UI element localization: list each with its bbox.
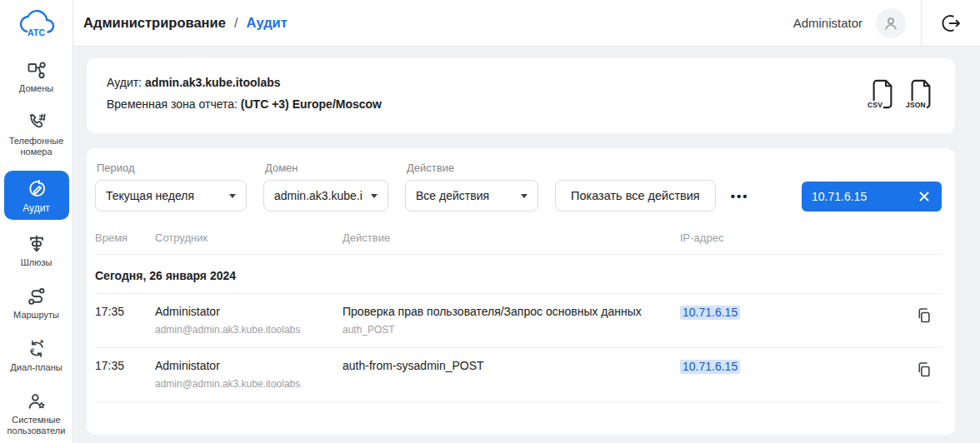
copy-icon [915,361,933,379]
ip-value-highlighted[interactable]: 10.71.6.15 [680,306,740,320]
chevron-down-icon [229,194,236,198]
sidebar-item-system-users[interactable]: Системные пользователи [4,386,69,441]
table-row[interactable]: 17:35 Administator admin@admin.ak3.kube.… [95,348,942,402]
json-label: JSON [905,101,927,109]
export-csv-button[interactable]: CSV [870,78,895,110]
dialplans-icon: # * [26,338,48,360]
row-action: Проверка прав пользователя/Запрос основн… [342,305,680,319]
logo-text: АТС [28,27,45,37]
audit-info-card: Аудит: admin.ak3.kube.itoolabs Временная… [87,58,955,133]
col-header-time: Время [95,231,155,244]
timezone-line: Временная зона отчета: (UTC +3) Europe/M… [107,97,935,112]
col-header-employee: Сотрудник [155,231,342,244]
breadcrumb: Администрирование / Аудит [83,15,288,31]
table-header-row: Время Сотрудник Действие IP-адрес [95,212,942,255]
chevron-down-icon [521,194,528,198]
date-group-header: Сегодня, 26 января 2024 [95,255,942,294]
ip-filter-chip[interactable]: 10.71.6.15 [802,182,942,212]
avatar[interactable] [876,8,906,38]
row-copy-cell [845,359,942,381]
topbar: Администрирование / Аудит Administator [73,0,980,47]
copy-icon [915,306,933,325]
row-employee-email: admin@admin.ak3.kube.itoolabs [155,324,342,336]
row-employee-cell: Administator admin@admin.ak3.kube.itoola… [155,305,342,336]
period-select[interactable]: Текущая неделя [95,180,247,212]
row-time: 17:35 [95,359,155,373]
domain-value: admin.ak3.kube.it... [274,189,362,202]
audit-domain-value: admin.ak3.kube.itoolabs [145,76,281,89]
copy-row-button[interactable] [913,305,935,326]
copy-row-button[interactable] [913,359,935,381]
audit-icon [26,178,48,200]
show-all-actions-button[interactable]: Показать все действия [555,180,716,212]
breadcrumb-section[interactable]: Администрирование [83,15,226,31]
domain-label: Домен [263,162,388,174]
domains-icon [26,59,48,81]
sidebar-item-phone-numbers[interactable]: Телефонные номера [4,107,69,162]
row-ip-cell: 10.71.6.15 [680,359,845,374]
sidebar-item-audit[interactable]: Аудит [4,171,69,220]
remove-ip-filter-button[interactable] [917,189,932,204]
svg-text:*: * [39,338,43,348]
action-value: Все действия [416,189,512,202]
action-filter: Действие Все действия [405,162,538,212]
sidebar: АТС Домены Телефонные номера [0,0,73,443]
sidebar-item-routes[interactable]: Маршруты [4,281,69,325]
row-copy-cell [845,305,942,326]
action-select[interactable]: Все действия [405,180,538,212]
row-employee-name: Administator [155,359,342,373]
row-time: 17:35 [95,305,155,319]
sidebar-item-dialplans[interactable]: # * Диал-планы [4,334,69,377]
row-ip-cell: 10.71.6.15 [680,305,845,320]
sidebar-item-domains[interactable]: Домены [4,55,69,98]
sidebar-item-gateways[interactable]: Шлюзы [4,229,69,272]
logout-button[interactable] [937,9,965,37]
audit-table-card: Период Текущая неделя Домен admin.ak3.ku… [87,148,955,435]
sidebar-item-label: Маршруты [13,310,59,321]
sidebar-item-label: Шлюзы [21,257,52,268]
sidebar-item-label: Диал-планы [10,362,62,373]
sidebar-item-label: Телефонные номера [6,136,68,157]
atc-cloud-logo-icon: АТС [17,6,57,42]
row-action-cell: auth-from-sysadmin_POST [342,359,680,378]
more-filters-button[interactable]: ••• [726,180,754,212]
audit-label: Аудит: [107,76,142,89]
period-filter: Период Текущая неделя [95,162,247,212]
breadcrumb-current: Аудит [246,15,287,31]
system-users-icon [26,391,48,412]
domain-filter: Домен admin.ak3.kube.it... [263,162,388,212]
ip-value-highlighted[interactable]: 10.71.6.15 [680,360,740,374]
row-action-code: auth_POST [342,324,680,336]
action-label: Действие [405,162,538,174]
row-employee-cell: Administator admin@admin.ak3.kube.itoola… [155,359,342,390]
topbar-right: Administator [793,0,965,46]
row-action-cell: Проверка прав пользователя/Запрос основн… [342,305,680,336]
sidebar-item-label: Домены [19,83,53,94]
phone-numbers-icon [26,112,48,133]
user-name: Administator [793,16,862,30]
sidebar-item-label: Системные пользователи [6,415,68,436]
col-header-action: Действие [342,231,680,244]
app-logo[interactable]: АТС [0,0,72,48]
row-employee-name: Administator [155,305,342,319]
sidebar-nav: Домены Телефонные номера Аудит [0,48,72,441]
timezone-label: Временная зона отчета: [107,97,238,111]
col-header-ip: IP-адрес [680,231,845,244]
svg-text:#: # [30,346,34,354]
period-label: Период [95,162,247,174]
export-buttons: CSV JSON [870,78,933,110]
timezone-value: (UTC +3) Europe/Moscow [241,97,382,111]
domain-select[interactable]: admin.ak3.kube.it... [263,180,388,212]
row-action: auth-from-sysadmin_POST [342,359,680,373]
gateways-icon [26,233,48,255]
audit-domain-line: Аудит: admin.ak3.kube.itoolabs [107,76,935,90]
sidebar-item-label: Аудит [22,202,50,214]
breadcrumb-separator: / [234,15,238,31]
close-icon [918,191,930,202]
table-row[interactable]: 17:35 Administator admin@admin.ak3.kube.… [95,294,942,348]
user-icon [881,13,901,33]
csv-label: CSV [867,101,883,109]
export-json-button[interactable]: JSON [908,78,933,110]
logout-icon [940,12,962,34]
period-value: Текущая неделя [106,189,221,202]
